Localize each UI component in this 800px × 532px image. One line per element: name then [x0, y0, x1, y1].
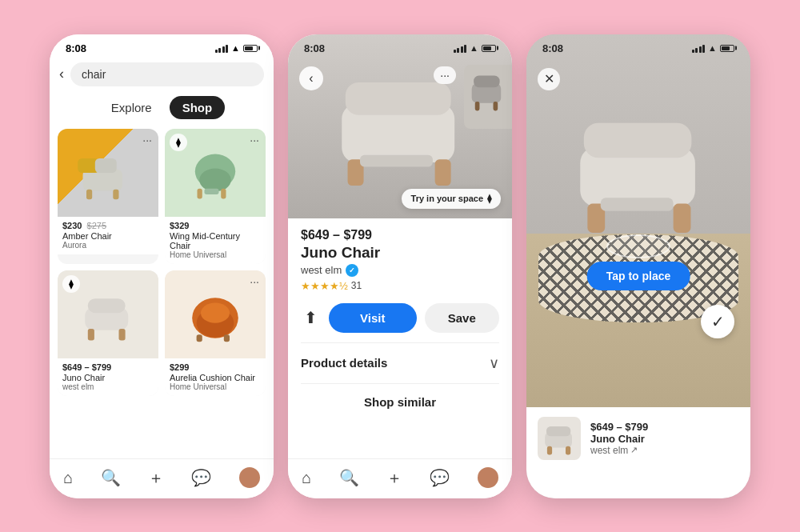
svg-rect-12: [88, 329, 94, 340]
product-image-amber: ···: [58, 129, 158, 217]
back-button-2[interactable]: ‹: [299, 66, 323, 90]
product-card-amber[interactable]: ··· $230 $275 Amber Chair Aurora: [58, 129, 158, 264]
ar-chair-placed: [558, 98, 718, 250]
wifi-3-icon: ▲: [708, 43, 717, 53]
ar-background: 8:08 ▲ ✕: [526, 34, 750, 418]
verified-icon: ✓: [346, 264, 358, 277]
try-in-space-button[interactable]: Try in your space ⧫: [402, 189, 501, 209]
tap-to-place-button[interactable]: Tap to place: [587, 262, 690, 290]
stars-row: ★★★★½ 31: [301, 280, 499, 292]
chair-illustration-aurelia: [179, 286, 251, 343]
ar-link-icon: ↗: [630, 445, 638, 455]
product-card-aurelia[interactable]: ··· $299 Aurelia Cushion Chair Home Univ…: [165, 270, 266, 396]
product-name-2: Wing Mid-Century Chair: [170, 231, 261, 250]
svg-rect-11: [88, 298, 126, 313]
nav-search-icon[interactable]: 🔍: [101, 468, 121, 487]
ar-name: Juno Chair: [590, 433, 648, 445]
status-icons-3: ▲: [692, 43, 734, 53]
product-card-juno[interactable]: ⧫ $649 – $799 Juno Chair west elm: [58, 270, 158, 396]
ar-confirm-button[interactable]: ✓: [701, 305, 734, 338]
detail-dots[interactable]: ···: [434, 66, 456, 84]
svg-rect-21: [475, 102, 480, 110]
svg-rect-34: [546, 426, 570, 435]
battery-3-icon: [720, 45, 734, 52]
ar-placement-circle: [606, 234, 670, 258]
ar-bottom-card: $649 – $799 Juno Chair west elm ↗: [526, 407, 750, 498]
product-image-juno: ⧫: [58, 270, 158, 358]
product-details-accordion[interactable]: Product details ∨: [301, 342, 499, 383]
nav-search-2-icon[interactable]: 🔍: [339, 468, 359, 487]
try-in-space-label: Try in your space: [411, 194, 483, 203]
phone-3: 8:08 ▲ ✕: [526, 34, 750, 498]
svg-rect-35: [547, 446, 552, 454]
svg-rect-20: [474, 76, 500, 88]
accordion-arrow-icon: ∨: [489, 354, 499, 372]
save-button[interactable]: Save: [425, 303, 500, 333]
signal-bars-3-icon: [692, 44, 706, 53]
nav-plus-2-icon[interactable]: ＋: [386, 467, 402, 489]
nav-avatar-1[interactable]: [239, 467, 260, 488]
phones-container: 8:08 ▲ ‹ chair Explore Shop: [34, 18, 766, 514]
ar-price: $649 – $799: [590, 421, 648, 433]
tab-explore[interactable]: Explore: [98, 96, 165, 119]
wifi-icon: ▲: [231, 43, 240, 53]
svg-rect-7: [198, 188, 202, 198]
ar-close-button[interactable]: ✕: [538, 68, 560, 90]
share-button[interactable]: ⬆: [301, 305, 321, 330]
shop-similar-button[interactable]: Shop similar: [301, 383, 499, 420]
accordion-label: Product details: [301, 356, 387, 370]
status-bar-2: 8:08 ▲: [288, 34, 512, 58]
side-preview-chair: [468, 70, 508, 122]
product-dots-4[interactable]: ···: [250, 275, 259, 288]
nav-plus-icon[interactable]: ＋: [148, 467, 164, 489]
product-image-aurelia: ···: [165, 270, 266, 358]
nav-home-2-icon[interactable]: ⌂: [302, 469, 311, 487]
product-brand-3: west elm: [62, 382, 154, 391]
ar-thumb-chair: [540, 419, 578, 458]
product-name-4: Aurelia Cushion Chair: [170, 373, 261, 382]
phone-2: 8:08 ▲: [288, 34, 512, 498]
svg-rect-26: [435, 159, 451, 186]
nav-chat-2-icon[interactable]: 💬: [430, 468, 450, 487]
product-grid: ··· $230 $275 Amber Chair Aurora: [50, 126, 274, 399]
tab-shop[interactable]: Shop: [170, 96, 226, 119]
battery-icon: [243, 45, 258, 52]
detail-name: Juno Chair: [301, 244, 499, 262]
product-dots-2[interactable]: ···: [250, 134, 259, 146]
product-price-old-1: $275: [87, 221, 106, 230]
svg-point-6: [199, 168, 231, 191]
status-icons-2: ▲: [454, 43, 496, 53]
svg-rect-22: [494, 102, 498, 110]
ar-badge-1: ⧫: [170, 134, 187, 151]
product-brand-4: Home Universal: [170, 382, 261, 391]
product-dots-1[interactable]: ···: [142, 134, 152, 146]
time-3: 8:08: [542, 42, 563, 54]
tabs-row: Explore Shop: [50, 91, 274, 126]
time-2: 8:08: [304, 42, 325, 54]
review-count: 31: [351, 280, 362, 291]
battery-2-icon: [482, 45, 496, 52]
product-price-3: $649 – $799: [62, 362, 154, 372]
product-brand-1: Aurora: [62, 241, 154, 250]
product-card-wing[interactable]: ⧫ ··· $329 Wing Mid-Century Chair Home U…: [165, 129, 266, 264]
svg-point-18: [201, 302, 230, 322]
back-button[interactable]: ‹: [59, 66, 64, 82]
signal-bars-2-icon: [454, 44, 467, 53]
product-price-4: $299: [170, 362, 261, 372]
signal-bars-icon: [215, 44, 229, 53]
product-brand-2: Home Universal: [170, 250, 261, 259]
nav-avatar-2[interactable]: [478, 467, 498, 488]
nav-chat-icon[interactable]: 💬: [191, 468, 211, 487]
svg-rect-8: [221, 188, 226, 198]
search-input[interactable]: chair: [70, 62, 264, 86]
status-bar-3: 8:08 ▲: [542, 42, 734, 54]
chair-illustration-wing: [179, 144, 251, 202]
status-bar-1: 8:08 ▲: [50, 34, 274, 58]
svg-rect-36: [566, 446, 570, 454]
visit-button[interactable]: Visit: [329, 303, 417, 333]
ar-product-details: $649 – $799 Juno Chair west elm ↗: [590, 421, 648, 456]
svg-rect-24: [346, 82, 451, 115]
svg-rect-16: [197, 334, 202, 342]
stars-display: ★★★★½: [301, 280, 348, 292]
nav-home-icon[interactable]: ⌂: [63, 469, 73, 487]
